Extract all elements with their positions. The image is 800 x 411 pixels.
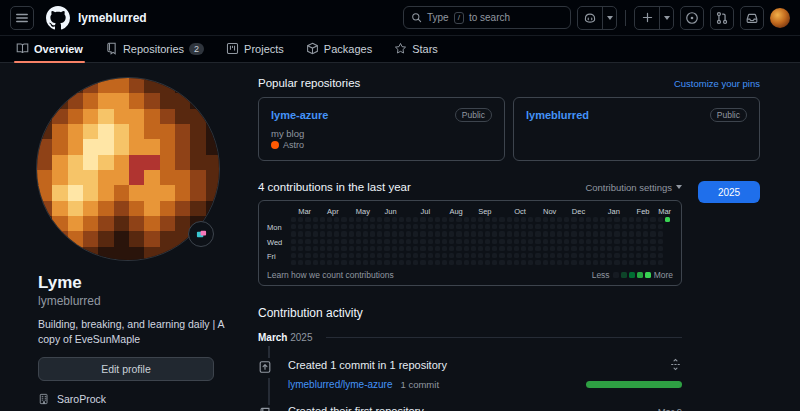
contribution-cell[interactable] — [392, 260, 397, 265]
contribution-cell[interactable] — [658, 253, 663, 258]
contribution-cell[interactable] — [298, 224, 303, 229]
contribution-cell[interactable] — [305, 217, 310, 222]
contribution-cell[interactable] — [607, 217, 612, 222]
contribution-cell[interactable] — [471, 246, 476, 251]
contribution-cell[interactable] — [514, 217, 519, 222]
context-title[interactable]: lymeblurred — [78, 11, 147, 25]
contribution-cell[interactable] — [363, 239, 368, 244]
contribution-cell[interactable] — [449, 253, 454, 258]
contribution-cell[interactable] — [514, 253, 519, 258]
contribution-cell[interactable] — [514, 260, 519, 265]
contribution-cell[interactable] — [370, 224, 375, 229]
contribution-cell[interactable] — [571, 253, 576, 258]
contribution-cell[interactable] — [298, 246, 303, 251]
contribution-cell[interactable] — [392, 253, 397, 258]
contribution-cell[interactable] — [420, 217, 425, 222]
contribution-cell[interactable] — [298, 253, 303, 258]
contribution-cell[interactable] — [471, 224, 476, 229]
contribution-cell[interactable] — [291, 260, 296, 265]
contribution-cell[interactable] — [514, 231, 519, 236]
contribution-cell[interactable] — [543, 260, 548, 265]
contribution-cell[interactable] — [557, 224, 562, 229]
contribution-cell[interactable] — [377, 231, 382, 236]
contribution-cell[interactable] — [521, 217, 526, 222]
contribution-cell[interactable] — [528, 260, 533, 265]
contribution-cell[interactable] — [349, 231, 354, 236]
contribution-cell[interactable] — [499, 239, 504, 244]
contribution-cell[interactable] — [665, 217, 670, 222]
contribution-cell[interactable] — [377, 239, 382, 244]
contribution-cell[interactable] — [449, 246, 454, 251]
contribution-cell[interactable] — [614, 231, 619, 236]
contribution-cell[interactable] — [384, 231, 389, 236]
contribution-cell[interactable] — [629, 239, 634, 244]
contribution-cell[interactable] — [579, 246, 584, 251]
contribution-cell[interactable] — [492, 246, 497, 251]
tab-stars[interactable]: Stars — [386, 37, 446, 62]
contribution-cell[interactable] — [571, 239, 576, 244]
contribution-cell[interactable] — [464, 253, 469, 258]
contribution-cell[interactable] — [550, 246, 555, 251]
contribution-cell[interactable] — [586, 231, 591, 236]
contribution-cell[interactable] — [622, 231, 627, 236]
contribution-cell[interactable] — [543, 253, 548, 258]
contribution-cell[interactable] — [521, 246, 526, 251]
contribution-cell[interactable] — [650, 217, 655, 222]
hamburger-menu-button[interactable] — [10, 6, 34, 30]
contribution-cell[interactable] — [478, 246, 483, 251]
contribution-cell[interactable] — [658, 239, 663, 244]
contribution-cell[interactable] — [313, 253, 318, 258]
contribution-cell[interactable] — [650, 239, 655, 244]
contribution-cell[interactable] — [607, 239, 612, 244]
contribution-cell[interactable] — [593, 217, 598, 222]
contribution-cell[interactable] — [384, 224, 389, 229]
contribution-cell[interactable] — [298, 231, 303, 236]
copilot-menu-caret[interactable] — [602, 7, 616, 29]
contribution-cell[interactable] — [370, 260, 375, 265]
contribution-cell[interactable] — [593, 253, 598, 258]
contribution-cell[interactable] — [334, 224, 339, 229]
contribution-cell[interactable] — [492, 231, 497, 236]
contribution-cell[interactable] — [593, 260, 598, 265]
contribution-cell[interactable] — [607, 246, 612, 251]
contribution-cell[interactable] — [420, 253, 425, 258]
contribution-cell[interactable] — [384, 239, 389, 244]
contribution-cell[interactable] — [420, 231, 425, 236]
contribution-cell[interactable] — [349, 224, 354, 229]
contribution-cell[interactable] — [543, 217, 548, 222]
contribution-cell[interactable] — [313, 231, 318, 236]
contribution-cell[interactable] — [399, 239, 404, 244]
contribution-cell[interactable] — [428, 260, 433, 265]
contribution-cell[interactable] — [600, 224, 605, 229]
contribution-cell[interactable] — [629, 217, 634, 222]
contribution-cell[interactable] — [420, 224, 425, 229]
contribution-cell[interactable] — [586, 246, 591, 251]
contribution-cell[interactable] — [499, 253, 504, 258]
count-contributions-link[interactable]: Learn how we count contributions — [267, 270, 394, 280]
contribution-cell[interactable] — [614, 217, 619, 222]
contribution-cell[interactable] — [305, 224, 310, 229]
unfold-activity-button[interactable] — [669, 358, 682, 371]
contribution-cell[interactable] — [464, 260, 469, 265]
contribution-cell[interactable] — [406, 231, 411, 236]
contribution-cell[interactable] — [449, 217, 454, 222]
contribution-cell[interactable] — [557, 253, 562, 258]
contribution-cell[interactable] — [478, 260, 483, 265]
contribution-cell[interactable] — [449, 231, 454, 236]
contribution-cell[interactable] — [579, 217, 584, 222]
contribution-cell[interactable] — [499, 246, 504, 251]
contribution-cell[interactable] — [571, 217, 576, 222]
contribution-cell[interactable] — [428, 231, 433, 236]
contribution-cell[interactable] — [629, 260, 634, 265]
contribution-cell[interactable] — [507, 231, 512, 236]
contribution-cell[interactable] — [435, 239, 440, 244]
contribution-cell[interactable] — [614, 260, 619, 265]
contribution-cell[interactable] — [507, 239, 512, 244]
contribution-cell[interactable] — [571, 231, 576, 236]
contribution-cell[interactable] — [622, 239, 627, 244]
contribution-cell[interactable] — [435, 231, 440, 236]
contribution-cell[interactable] — [377, 253, 382, 258]
contribution-cell[interactable] — [658, 246, 663, 251]
contribution-cell[interactable] — [449, 260, 454, 265]
contribution-cell[interactable] — [435, 246, 440, 251]
